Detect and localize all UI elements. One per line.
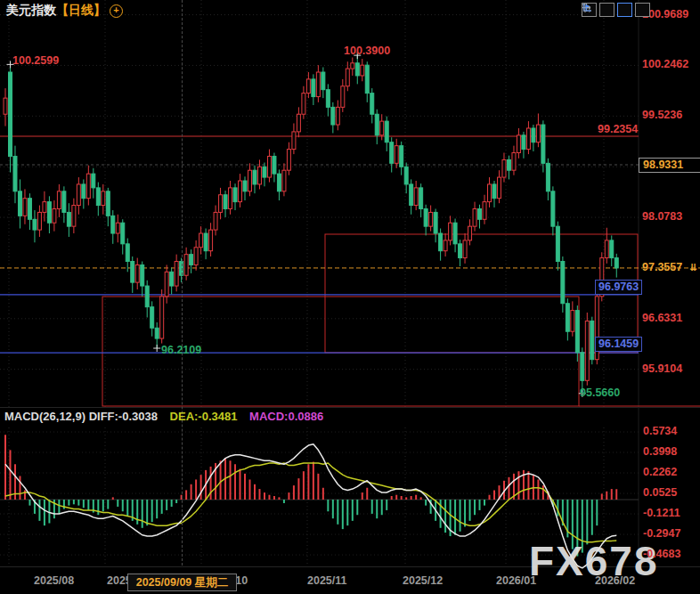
swing-low-label-1: 96.2109 bbox=[161, 344, 201, 356]
swing-low-label-2: 95.5660 bbox=[580, 387, 620, 399]
macd-params-diff-label: MACD(26,12,9) DIFF:-0.3038 bbox=[4, 410, 158, 423]
crosshair-date-tooltip: 2025/09/09 星期二 bbox=[127, 574, 237, 591]
period-tag: 【日线】 bbox=[56, 3, 106, 19]
support-price-label-2: 96.1459 bbox=[595, 337, 642, 352]
current-price-value: 97.3557 bbox=[642, 261, 682, 273]
macd-axis-label: 0.0525 bbox=[643, 486, 677, 499]
add-indicator-icon[interactable]: + bbox=[110, 4, 123, 18]
auto-fit-icon[interactable] bbox=[617, 3, 632, 17]
macd-dea-label: DEA:-0.3481 bbox=[170, 410, 238, 423]
x-axis-label: 2026/02 bbox=[595, 574, 635, 587]
price-axis-label: 95.9104 bbox=[642, 362, 682, 375]
symbol-title: 美元指数 bbox=[6, 3, 56, 19]
chart-app-window: { "header": {"symbol": "美元指数", "period_t… bbox=[0, 0, 700, 594]
axis-scale-icon[interactable] bbox=[599, 3, 615, 17]
price-axis-label: 96.6331 bbox=[642, 312, 682, 324]
session-high-label: 100.2599 bbox=[12, 54, 59, 67]
peak-high-label: 100.3900 bbox=[344, 45, 390, 57]
current-price-tag: 97.3557 ⇊ bbox=[642, 261, 697, 273]
crosshair-price-label: 98.9331 bbox=[639, 158, 700, 173]
pan-right-icon[interactable] bbox=[635, 3, 650, 17]
macd-axis-label: 0.5734 bbox=[643, 425, 677, 437]
watermark: FX678 bbox=[529, 537, 659, 585]
macd-value-label: MACD:0.0886 bbox=[249, 410, 323, 423]
x-axis-label: 2026/01 bbox=[496, 574, 536, 587]
titlebar: 美元指数 【日线】 + bbox=[6, 3, 123, 19]
scroll-to-latest-icon[interactable]: ⇊ bbox=[689, 263, 697, 273]
x-axis-label: 2025/08 bbox=[34, 574, 74, 587]
crosshair-vertical-line bbox=[182, 0, 183, 566]
macd-axis-label: 0.2262 bbox=[643, 466, 677, 478]
macd-axis-label: -0.4683 bbox=[643, 548, 680, 560]
price-axis-label: 99.5236 bbox=[642, 109, 682, 121]
chart-toolbar bbox=[582, 3, 650, 17]
price-chart-canvas[interactable] bbox=[0, 0, 700, 594]
support-price-label-1: 96.9763 bbox=[595, 280, 642, 295]
macd-axis-label: -0.2947 bbox=[643, 527, 680, 540]
x-axis-label: 2025/11 bbox=[307, 574, 347, 587]
price-axis-label: 98.0783 bbox=[642, 210, 682, 223]
macd-axis-label: 0.3998 bbox=[643, 445, 677, 458]
price-axis-label: 100.2462 bbox=[642, 58, 688, 70]
macd-axis-label: -0.1211 bbox=[643, 507, 680, 519]
resistance-line-label: 99.2354 bbox=[598, 123, 638, 135]
x-axis-label: 2025/12 bbox=[403, 574, 443, 587]
macd-indicator-header[interactable]: MACD(26,12,9) DIFF:-0.3038 DEA:-0.3481 M… bbox=[4, 410, 323, 423]
